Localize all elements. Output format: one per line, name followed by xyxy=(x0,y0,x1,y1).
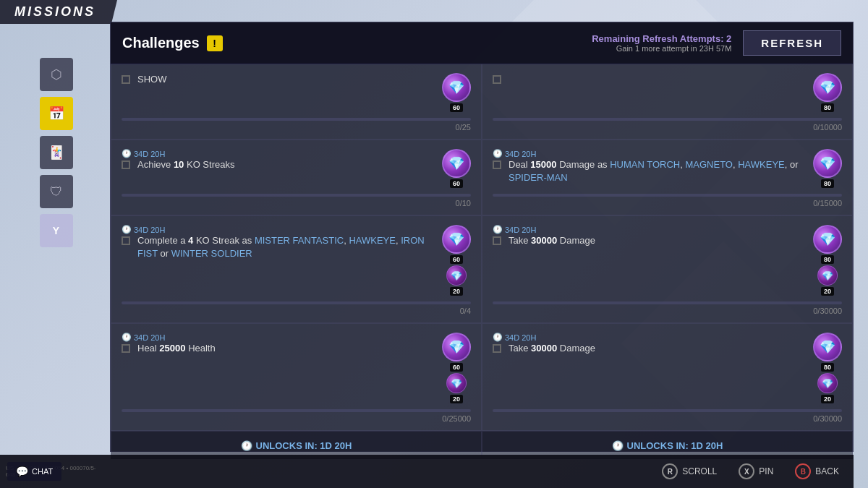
clock-icon: 🕐 xyxy=(493,333,503,342)
main-panel: Challenges ! Remaining Refresh Attempts:… xyxy=(110,22,854,452)
rewards: 💎 60 💎 20 xyxy=(442,225,471,296)
highlight-1: HUMAN TORCH xyxy=(610,159,680,170)
sidebar-item-cube[interactable]: ⬡ xyxy=(40,58,73,91)
sidebar-item-calendar[interactable]: 📅 xyxy=(40,97,73,130)
challenge-number: 30000 xyxy=(531,235,557,246)
challenge-row: Complete a 4 KO Streak as MISTER FANTAST… xyxy=(122,234,442,260)
challenge-checkbox[interactable] xyxy=(122,75,130,84)
progress-text: 0/10 xyxy=(122,199,471,207)
challenge-row: Heal 25000 Health xyxy=(122,342,442,355)
challenge-checkbox[interactable] xyxy=(122,160,130,169)
reward-count: 60 xyxy=(450,255,463,264)
challenge-content: 🕐 34D 20H Deal 15000 Damage as HUMAN TOR… xyxy=(493,149,813,184)
progress-section: 0/25000 xyxy=(122,409,471,423)
sidebar-item-y[interactable]: Y xyxy=(40,214,73,247)
info-badge[interactable]: ! xyxy=(207,35,223,51)
sidebar-item-cards[interactable]: 🃏 xyxy=(40,136,73,169)
pin-btn[interactable]: X PIN xyxy=(739,463,773,479)
reward-gem-main: 💎 xyxy=(442,333,471,361)
scroll-btn[interactable]: R SCROLL xyxy=(662,463,717,479)
challenge-checkbox[interactable] xyxy=(493,344,501,353)
highlight-3: HAWKEYE xyxy=(738,159,785,170)
reward-count: 60 xyxy=(450,103,463,112)
progress-section: 0/4 xyxy=(122,301,471,315)
challenges-label: Challenges xyxy=(122,35,200,51)
challenge-checkbox[interactable] xyxy=(493,236,501,245)
reward-gem-secondary: 💎 xyxy=(446,265,467,286)
chat-label: CHAT xyxy=(32,467,53,476)
progress-bar-bg xyxy=(493,409,842,412)
progress-bar-bg xyxy=(122,118,471,121)
rewards: 💎 80 💎 20 xyxy=(813,225,842,296)
challenge-content: 🕐 34D 20H Achieve 10 KO Streaks xyxy=(122,149,442,171)
clock-icon: 🕐 xyxy=(122,333,132,342)
chat-button[interactable]: 💬 CHAT xyxy=(7,462,61,481)
challenge-text: Achieve 10 KO Streaks xyxy=(137,158,442,171)
challenge-text: SHOW xyxy=(137,73,442,86)
reward-gem-main: 💎 xyxy=(442,73,471,102)
unlock-text-right: 🕐 UNLOCKS IN: 1D 20H xyxy=(612,440,723,451)
challenge-number: 10 xyxy=(174,159,184,170)
highlight-1: MISTER FANTASTIC xyxy=(255,235,344,246)
reward-gem-main: 💎 xyxy=(813,73,842,102)
progress-section: 0/10 xyxy=(122,194,471,207)
rewards: 💎 80 xyxy=(813,149,842,188)
highlight-4: WINTER SOLDIER xyxy=(171,248,252,259)
challenge-content: 🕐 34D 20H Complete a 4 KO Streak as MIST… xyxy=(122,225,442,260)
challenge-content: 🕐 34D 20H Heal 25000 Health xyxy=(122,333,442,355)
progress-bar-bg xyxy=(122,409,471,412)
challenge-content: SHOW xyxy=(122,73,442,86)
progress-section: 0/25 xyxy=(122,118,471,132)
challenge-checkbox[interactable] xyxy=(122,344,130,353)
sidebar-item-shield[interactable]: 🛡 xyxy=(40,175,73,208)
r-button-icon: R xyxy=(662,463,678,479)
highlight-2: MAGNETO xyxy=(685,159,733,170)
challenge-checkbox[interactable] xyxy=(493,160,501,169)
rewards: 💎 60 💎 20 xyxy=(442,333,471,403)
clock-icon: 🕐 xyxy=(122,149,132,158)
challenge-row3-left: 🕐 34D 20H Heal 25000 Health 💎 60 💎 20 xyxy=(111,323,482,431)
cell-timer: 🕐 34D 20H xyxy=(122,333,442,342)
clock-icon-unlock: 🕐 xyxy=(612,440,624,451)
reward-count-secondary: 20 xyxy=(821,395,834,403)
cell-timer: 🕐 34D 20H xyxy=(493,333,813,342)
reward-count: 80 xyxy=(821,103,834,112)
challenge-checkbox[interactable] xyxy=(493,75,501,84)
challenge-number: 15000 xyxy=(530,159,556,170)
challenge-checkbox[interactable] xyxy=(122,236,130,245)
challenge-row: Deal 15000 Damage as HUMAN TORCH, MAGNET… xyxy=(493,158,813,184)
challenge-content xyxy=(493,73,813,84)
challenge-number: 25000 xyxy=(159,343,185,354)
challenge-text: Take 30000 Damage xyxy=(509,342,813,355)
reward-gem-secondary: 💎 xyxy=(817,373,838,393)
challenges-grid: SHOW 💎 60 0/25 💎 xyxy=(111,64,853,451)
challenge-number: 4 xyxy=(188,235,193,246)
rewards: 💎 60 xyxy=(442,149,471,188)
reward-count: 60 xyxy=(450,179,463,188)
reward-gem-secondary: 💎 xyxy=(446,373,467,393)
challenge-row: Take 30000 Damage xyxy=(493,234,813,247)
reward-count-secondary: 20 xyxy=(450,395,463,403)
back-btn[interactable]: B BACK xyxy=(795,463,839,479)
chat-icon: 💬 xyxy=(16,466,28,477)
challenge-text: Take 30000 Damage xyxy=(509,234,813,247)
cell-top: 🕐 34D 20H Take 30000 Damage 💎 80 💎 20 xyxy=(493,333,842,403)
progress-text: 0/25000 xyxy=(122,414,471,423)
rewards: 💎 80 xyxy=(813,73,842,112)
clock-icon: 🕐 xyxy=(493,225,503,234)
unlock-label: UNLOCKS IN: 1D 20H xyxy=(256,440,352,451)
challenge-number: 30000 xyxy=(531,343,557,354)
cell-top: 🕐 34D 20H Heal 25000 Health 💎 60 💎 20 xyxy=(122,333,471,403)
refresh-button[interactable]: REFRESH xyxy=(743,30,841,56)
cell-top: 🕐 34D 20H Take 30000 Damage 💎 80 💎 20 xyxy=(493,225,842,296)
refresh-timer: Gain 1 more attempt in 23H 57M xyxy=(592,44,731,53)
progress-bar-bg xyxy=(122,194,471,197)
timer-value: 34D 20H xyxy=(134,150,165,158)
refresh-info: Remaining Refresh Attempts: 2 Gain 1 mor… xyxy=(592,33,731,53)
timer-value: 34D 20H xyxy=(134,333,165,342)
reward-gem-secondary: 💎 xyxy=(817,265,838,286)
cell-top: 🕐 34D 20H Complete a 4 KO Streak as MIST… xyxy=(122,225,471,296)
clock-icon-unlock: 🕐 xyxy=(241,440,252,451)
challenge-content: 🕐 34D 20H Take 30000 Damage xyxy=(493,225,813,247)
unlock-label: UNLOCKS IN: 1D 20H xyxy=(627,440,723,451)
